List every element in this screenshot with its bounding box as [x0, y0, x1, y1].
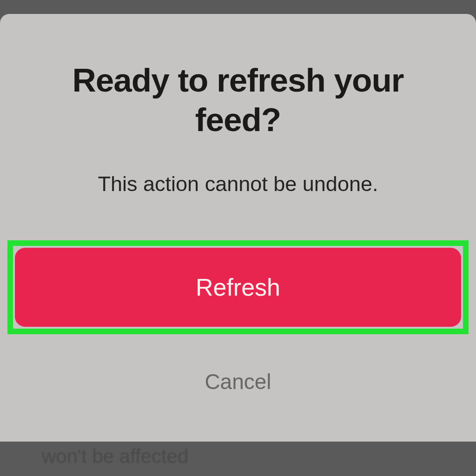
confirmation-dialog: Ready to refresh your feed? This action …	[0, 14, 476, 442]
highlight-annotation: Refresh	[7, 240, 469, 334]
background-partial-text: won't be affected	[42, 445, 188, 468]
refresh-button[interactable]: Refresh	[15, 248, 461, 327]
dialog-subtitle: This action cannot be undone.	[98, 172, 378, 196]
cancel-button[interactable]: Cancel	[205, 369, 271, 394]
dialog-title: Ready to refresh your feed?	[38, 60, 438, 139]
